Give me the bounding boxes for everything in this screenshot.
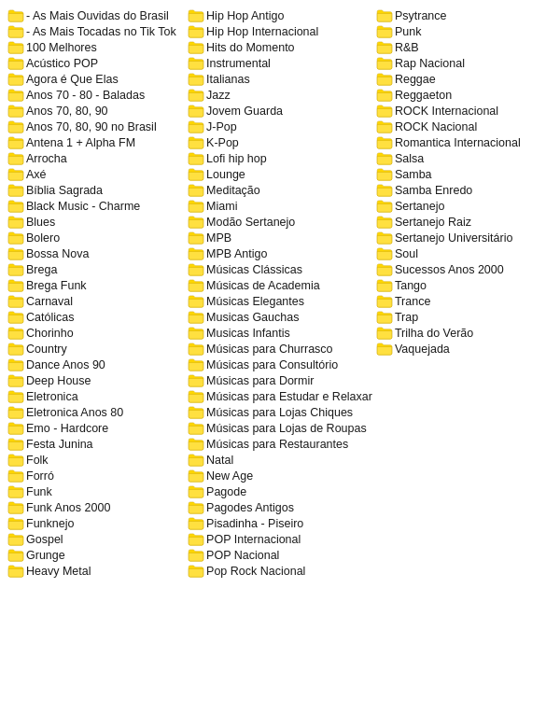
list-item[interactable]: Soul [374, 245, 554, 261]
list-item[interactable]: Jazz [186, 87, 374, 103]
list-item[interactable]: ROCK Internacional [374, 103, 554, 119]
list-item[interactable]: Músicas Elegantes [186, 293, 374, 309]
list-item[interactable]: Brega Funk [6, 277, 186, 293]
list-item[interactable]: Musicas Infantis [186, 325, 374, 341]
list-item[interactable]: Músicas para Lojas de Roupas [186, 420, 374, 436]
list-item[interactable]: Heavy Metal [6, 563, 186, 579]
list-item[interactable]: Sertanejo [374, 198, 554, 214]
list-item[interactable]: Bíblia Sagrada [6, 182, 186, 198]
list-item[interactable]: Folk [6, 452, 186, 468]
list-item[interactable]: Samba Enredo [374, 182, 554, 198]
list-item[interactable]: Lounge [186, 166, 374, 182]
list-item[interactable]: Carnaval [6, 293, 186, 309]
list-item[interactable]: Antena 1 + Alpha FM [6, 134, 186, 150]
list-item[interactable]: Anos 70 - 80 - Baladas [6, 87, 186, 103]
list-item[interactable]: Hip Hop Antigo [186, 7, 374, 23]
list-item[interactable]: ROCK Nacional [374, 119, 554, 134]
list-item[interactable]: Italianas [186, 71, 374, 87]
list-item[interactable]: Reggaeton [374, 87, 554, 103]
folder-icon [188, 533, 203, 545]
list-item[interactable]: POP Internacional [186, 531, 374, 547]
folder-label: Blues [26, 216, 55, 229]
list-item[interactable]: Sertanejo Universitário [374, 230, 554, 245]
list-item[interactable]: Gospel [6, 531, 186, 547]
list-item[interactable]: Dance Anos 90 [6, 357, 186, 372]
list-item[interactable]: Hip Hop Internacional [186, 23, 374, 39]
list-item[interactable]: Natal [186, 452, 374, 468]
list-item[interactable]: Rap Nacional [374, 55, 554, 71]
folder-icon [7, 120, 22, 133]
list-item[interactable]: Músicas para Churrasco [186, 341, 374, 357]
list-item[interactable]: - As Mais Tocadas no Tik Tok [6, 23, 186, 39]
list-item[interactable]: Hits do Momento [186, 39, 374, 55]
list-item[interactable]: Country [6, 341, 186, 357]
list-item[interactable]: Pop Rock Nacional [186, 563, 374, 579]
list-item[interactable]: Romantica Internacional [374, 134, 554, 150]
list-item[interactable]: Lofi hip hop [186, 150, 374, 166]
list-item[interactable]: Funk Anos 2000 [6, 499, 186, 515]
list-item[interactable]: Black Music - Charme [6, 198, 186, 214]
list-item[interactable]: Funk [6, 483, 186, 499]
list-item[interactable]: Vaquejada [374, 341, 554, 357]
list-item[interactable]: Músicas para Dormir [186, 372, 374, 388]
list-item[interactable]: 100 Melhores [6, 39, 186, 55]
list-item[interactable]: Bossa Nova [6, 245, 186, 261]
list-item[interactable]: Trilha do Verão [374, 325, 554, 341]
list-item[interactable]: Deep House [6, 372, 186, 388]
list-item[interactable]: Trap [374, 309, 554, 325]
list-item[interactable]: Músicas para Consultório [186, 357, 374, 372]
list-item[interactable]: Reggae [374, 71, 554, 87]
list-item[interactable]: Tango [374, 277, 554, 293]
list-item[interactable]: Musicas Gauchas [186, 309, 374, 325]
list-item[interactable]: Meditação [186, 182, 374, 198]
list-item[interactable]: Chorinho [6, 325, 186, 341]
list-item[interactable]: Anos 70, 80, 90 [6, 103, 186, 119]
list-item[interactable]: Sertanejo Raiz [374, 214, 554, 230]
list-item[interactable]: Bolero [6, 230, 186, 245]
list-item[interactable]: Blues [6, 214, 186, 230]
list-item[interactable]: Punk [374, 23, 554, 39]
list-item[interactable]: Emo - Hardcore [6, 420, 186, 436]
list-item[interactable]: Músicas de Academia [186, 277, 374, 293]
list-item[interactable]: Salsa [374, 150, 554, 166]
folder-label: 100 Melhores [26, 41, 97, 54]
list-item[interactable]: - As Mais Ouvidas do Brasil [6, 7, 186, 23]
list-item[interactable]: Jovem Guarda [186, 103, 374, 119]
list-item[interactable]: Psytrance [374, 7, 554, 23]
list-item[interactable]: Forró [6, 468, 186, 483]
list-item[interactable]: Agora é Que Elas [6, 71, 186, 87]
list-item[interactable]: Acústico POP [6, 55, 186, 71]
list-item[interactable]: Músicas para Restaurantes [186, 436, 374, 452]
list-item[interactable]: POP Nacional [186, 547, 374, 563]
list-item[interactable]: Músicas para Lojas Chiques [186, 404, 374, 420]
list-item[interactable]: Pisadinha - Piseiro [186, 515, 374, 531]
list-item[interactable]: Pagode [186, 483, 374, 499]
list-item[interactable]: Modão Sertanejo [186, 214, 374, 230]
list-item[interactable]: Pagodes Antigos [186, 499, 374, 515]
list-item[interactable]: Instrumental [186, 55, 374, 71]
list-item[interactable]: Católicas [6, 309, 186, 325]
list-item[interactable]: Sucessos Anos 2000 [374, 261, 554, 277]
list-item[interactable]: Arrocha [6, 150, 186, 166]
list-item[interactable]: New Age [186, 468, 374, 483]
folder-label: Funk [26, 485, 52, 498]
list-item[interactable]: Miami [186, 198, 374, 214]
list-item[interactable]: Brega [6, 261, 186, 277]
list-item[interactable]: Funknejo [6, 515, 186, 531]
folder-label: Natal [206, 454, 233, 467]
list-item[interactable]: MPB Antigo [186, 245, 374, 261]
list-item[interactable]: Músicas Clássicas [186, 261, 374, 277]
list-item[interactable]: R&B [374, 39, 554, 55]
list-item[interactable]: Músicas para Estudar e Relaxar [186, 388, 374, 404]
list-item[interactable]: Anos 70, 80, 90 no Brasil [6, 119, 186, 134]
list-item[interactable]: MPB [186, 230, 374, 245]
list-item[interactable]: Grunge [6, 547, 186, 563]
list-item[interactable]: K-Pop [186, 134, 374, 150]
list-item[interactable]: Eletronica [6, 388, 186, 404]
list-item[interactable]: J-Pop [186, 119, 374, 134]
list-item[interactable]: Samba [374, 166, 554, 182]
list-item[interactable]: Eletronica Anos 80 [6, 404, 186, 420]
list-item[interactable]: Festa Junina [6, 436, 186, 452]
list-item[interactable]: Axé [6, 166, 186, 182]
list-item[interactable]: Trance [374, 293, 554, 309]
